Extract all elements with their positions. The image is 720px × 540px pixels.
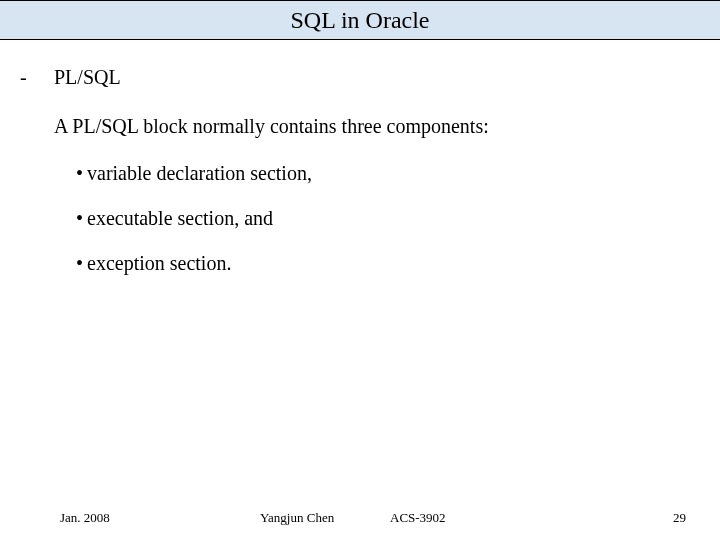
list-item: •executable section, and (76, 205, 700, 232)
list-item-text: executable section, and (87, 207, 273, 229)
footer-author: Yangjun Chen (260, 510, 390, 526)
list-item: •variable declaration section, (76, 160, 700, 187)
footer-page-number: 29 (656, 510, 686, 526)
slide-title: SQL in Oracle (0, 0, 720, 40)
section-heading: PL/SQL (54, 64, 700, 91)
bullet-list: •variable declaration section, •executab… (76, 160, 700, 277)
bullet-icon: • (76, 252, 83, 274)
list-item-text: exception section. (87, 252, 231, 274)
intro-text: A PL/SQL block normally contains three c… (54, 113, 700, 140)
bullet-icon: • (76, 207, 83, 229)
list-dash: - (20, 64, 54, 90)
footer-course: ACS-3902 (390, 510, 510, 526)
content-column: PL/SQL A PL/SQL block normally contains … (54, 64, 700, 295)
list-item-text: variable declaration section, (87, 162, 312, 184)
list-item: •exception section. (76, 250, 700, 277)
slide-footer: Jan. 2008 Yangjun Chen ACS-3902 29 (0, 510, 720, 526)
footer-date: Jan. 2008 (60, 510, 260, 526)
bullet-icon: • (76, 162, 83, 184)
slide: SQL in Oracle - PL/SQL A PL/SQL block no… (0, 0, 720, 540)
slide-body: - PL/SQL A PL/SQL block normally contain… (0, 40, 720, 295)
